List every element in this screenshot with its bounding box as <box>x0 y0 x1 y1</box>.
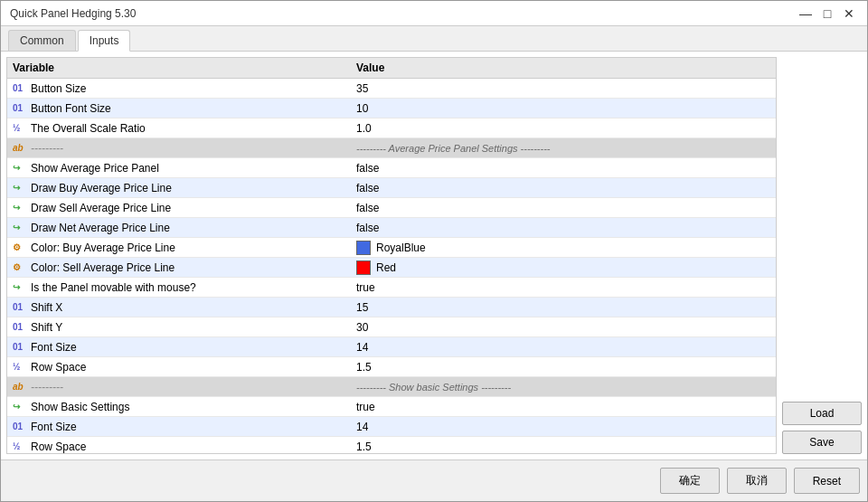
table-row: 01 Shift Y 30 <box>7 317 776 337</box>
maximize-button[interactable]: □ <box>818 5 836 23</box>
row-type-icon: ⚙ <box>13 242 31 252</box>
cell-value: false <box>356 222 379 234</box>
row-label: Is the Panel movable with mouse? <box>31 281 356 294</box>
minimize-button[interactable]: — <box>797 5 815 23</box>
row-value: 1.5 <box>356 361 770 374</box>
load-button[interactable]: Load <box>782 402 862 425</box>
table-row: ab --------- --------- Show basic Settin… <box>7 377 776 397</box>
tab-inputs[interactable]: Inputs <box>78 30 131 52</box>
cell-value: true <box>356 281 375 294</box>
close-button[interactable]: ✕ <box>840 5 858 23</box>
tab-bar: Common Inputs <box>1 26 867 52</box>
cell-value: false <box>356 162 379 175</box>
row-label: --------- <box>31 142 356 155</box>
cell-value: 1.5 <box>356 440 372 453</box>
row-label: Draw Net Average Price Line <box>31 222 356 234</box>
table-row: ↪ Is the Panel movable with mouse? true <box>7 278 776 298</box>
table-row: 01 Shift X 15 <box>7 298 776 317</box>
row-label: Button Size <box>31 82 356 95</box>
table-row: ab --------- --------- Average Price Pan… <box>7 138 776 158</box>
row-label: Font Size <box>31 341 356 354</box>
window-title: Quick Panel Hedging 5.30 <box>10 7 136 20</box>
cell-value: 1.5 <box>356 361 372 374</box>
color-swatch <box>356 241 371 255</box>
title-bar-controls: — □ ✕ <box>797 5 858 23</box>
table-row: ½ Row Space 1.5 <box>7 357 776 377</box>
tab-common[interactable]: Common <box>8 30 76 51</box>
row-label: Row Space <box>31 440 356 453</box>
confirm-button[interactable]: 确定 <box>660 468 720 494</box>
cell-value: true <box>356 401 375 413</box>
row-value: RoyalBlue <box>356 241 770 255</box>
table-area: Variable Value 01 Button Size 35 01 Butt… <box>6 57 777 454</box>
row-value: false <box>356 222 770 234</box>
row-value: 1.0 <box>356 122 770 135</box>
row-value: 35 <box>356 82 770 95</box>
table-header: Variable Value <box>7 58 776 79</box>
row-value: 1.5 <box>356 440 770 453</box>
row-value: true <box>356 401 770 413</box>
footer: 确定 取消 Reset <box>1 459 867 501</box>
row-label: Button Font Size <box>31 102 356 115</box>
table-body[interactable]: 01 Button Size 35 01 Button Font Size 10… <box>7 79 776 453</box>
row-type-icon: ½ <box>13 362 31 372</box>
reset-button[interactable]: Reset <box>794 468 860 494</box>
row-label: Color: Buy Average Price Line <box>31 242 356 254</box>
row-label: Color: Sell Average Price Line <box>31 261 356 274</box>
table-row: ⚙ Color: Sell Average Price Line Red <box>7 258 776 278</box>
row-type-icon: ½ <box>13 123 31 133</box>
table-row: ½ Row Space 1.5 <box>7 437 776 453</box>
table-row: ↪ Draw Sell Average Price Line false <box>7 198 776 218</box>
row-label: Shift X <box>31 301 356 314</box>
color-swatch <box>356 260 371 275</box>
row-type-icon: 01 <box>13 302 31 312</box>
row-type-icon: ↪ <box>13 223 31 232</box>
row-type-icon: 01 <box>13 342 31 352</box>
cell-value: 35 <box>356 82 368 95</box>
table-row: ↪ Draw Buy Average Price Line false <box>7 178 776 198</box>
row-label: Draw Buy Average Price Line <box>31 182 356 194</box>
row-value: 10 <box>356 102 770 115</box>
row-type-icon: ↪ <box>13 203 31 213</box>
cell-value: 10 <box>356 102 368 115</box>
row-value: true <box>356 281 770 294</box>
cancel-button[interactable]: 取消 <box>727 468 787 494</box>
table-row: ↪ Draw Net Average Price Line false <box>7 218 776 238</box>
row-value: 30 <box>356 321 770 334</box>
row-type-icon: ½ <box>13 441 31 451</box>
save-button[interactable]: Save <box>782 431 862 454</box>
table-row: ⚙ Color: Buy Average Price Line RoyalBlu… <box>7 238 776 258</box>
main-window: Quick Panel Hedging 5.30 — □ ✕ Common In… <box>0 0 868 502</box>
row-label: --------- <box>31 381 356 393</box>
row-value: --------- Show basic Settings --------- <box>356 382 770 393</box>
row-value: 15 <box>356 301 770 314</box>
cell-value: 15 <box>356 301 368 314</box>
row-type-icon: ab <box>13 382 31 392</box>
row-label: Row Space <box>31 361 356 374</box>
row-label: Shift Y <box>31 321 356 334</box>
row-value: false <box>356 162 770 175</box>
table-row: 01 Font Size 14 <box>7 417 776 437</box>
table-row: ½ The Overall Scale Ratio 1.0 <box>7 118 776 138</box>
col-header-variable: Variable <box>13 62 356 74</box>
row-label: Draw Sell Average Price Line <box>31 202 356 214</box>
cell-value: false <box>356 182 379 194</box>
cell-value: 30 <box>356 321 368 334</box>
row-type-icon: 01 <box>13 421 31 431</box>
table-row: ↪ Show Basic Settings true <box>7 397 776 417</box>
color-value: Red <box>376 261 396 274</box>
row-type-icon: ↪ <box>13 183 31 193</box>
row-type-icon: ↪ <box>13 282 31 292</box>
row-value: false <box>356 202 770 214</box>
row-type-icon: 01 <box>13 322 31 332</box>
row-type-icon: 01 <box>13 83 31 93</box>
row-value: 14 <box>356 421 770 433</box>
cell-value: 14 <box>356 341 368 354</box>
cell-value: 14 <box>356 421 368 433</box>
row-value: false <box>356 182 770 194</box>
row-type-icon: ab <box>13 143 31 153</box>
row-label: Show Basic Settings <box>31 401 356 413</box>
row-type-icon: ⚙ <box>13 262 31 272</box>
row-value: 14 <box>356 341 770 354</box>
cell-value: 1.0 <box>356 122 372 135</box>
